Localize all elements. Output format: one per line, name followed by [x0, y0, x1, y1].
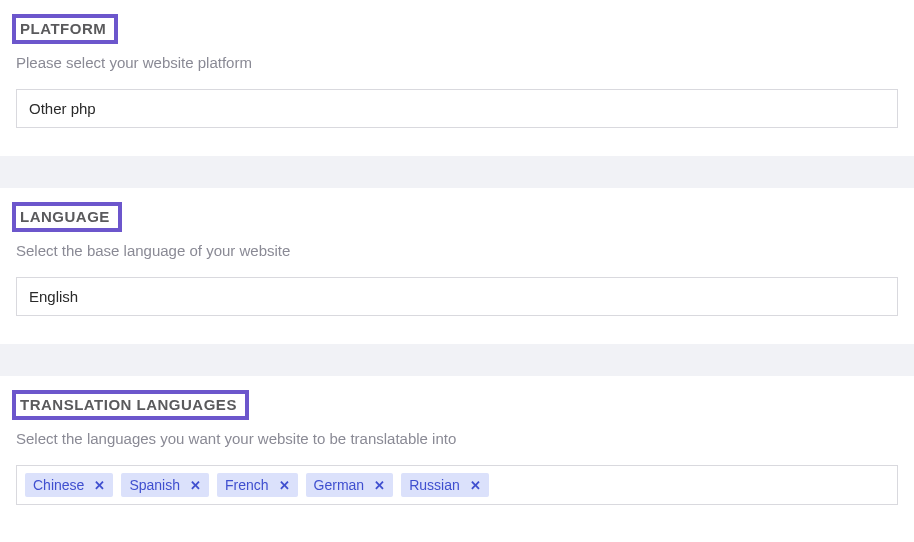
language-tag-label: Chinese: [33, 477, 84, 493]
language-section: LANGUAGE Select the base language of you…: [0, 188, 914, 344]
platform-section: PLATFORM Please select your website plat…: [0, 0, 914, 156]
platform-select[interactable]: Other php: [16, 89, 898, 128]
platform-subtitle: Please select your website platform: [16, 54, 898, 71]
translations-title-box: TRANSLATION LANGUAGES: [12, 390, 249, 420]
platform-title-box: PLATFORM: [12, 14, 118, 44]
close-icon[interactable]: ✕: [470, 478, 481, 493]
translations-section: TRANSLATION LANGUAGES Select the languag…: [0, 376, 914, 533]
close-icon[interactable]: ✕: [190, 478, 201, 493]
language-tag: French✕: [217, 473, 298, 497]
language-tag: Spanish✕: [121, 473, 209, 497]
platform-title: PLATFORM: [20, 20, 106, 37]
close-icon[interactable]: ✕: [279, 478, 290, 493]
language-subtitle: Select the base language of your website: [16, 242, 898, 259]
language-tag: Russian✕: [401, 473, 489, 497]
language-select-value: English: [29, 288, 78, 305]
close-icon[interactable]: ✕: [374, 478, 385, 493]
translations-title: TRANSLATION LANGUAGES: [20, 396, 237, 413]
translations-tag-input[interactable]: Chinese✕Spanish✕French✕German✕Russian✕: [16, 465, 898, 505]
language-title-box: LANGUAGE: [12, 202, 122, 232]
language-tag: German✕: [306, 473, 394, 497]
translations-subtitle: Select the languages you want your websi…: [16, 430, 898, 447]
language-title: LANGUAGE: [20, 208, 110, 225]
language-tag: Chinese✕: [25, 473, 113, 497]
language-tag-label: French: [225, 477, 269, 493]
close-icon[interactable]: ✕: [94, 478, 105, 493]
language-tag-label: German: [314, 477, 365, 493]
language-tag-label: Spanish: [129, 477, 180, 493]
language-tag-label: Russian: [409, 477, 460, 493]
divider: [0, 156, 914, 188]
platform-select-value: Other php: [29, 100, 96, 117]
language-select[interactable]: English: [16, 277, 898, 316]
divider: [0, 344, 914, 376]
